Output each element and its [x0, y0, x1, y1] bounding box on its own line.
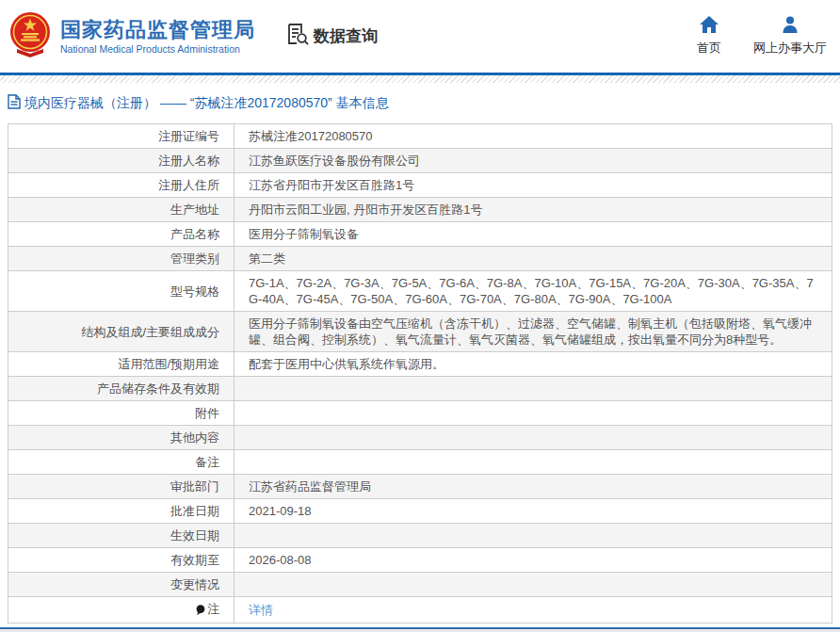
row-label: 注册人住所: [8, 173, 234, 198]
table-row: 结构及组成/主要组成成分医用分子筛制氧设备由空气压缩机（含冻干机）、过滤器、空气…: [8, 312, 832, 352]
row-label: 附件: [8, 401, 234, 426]
row-label: 备注: [8, 450, 234, 475]
agency-name-zh: 国家药品监督管理局: [60, 18, 255, 42]
row-value: 丹阳市云阳工业园, 丹阳市开发区百胜路1号: [234, 198, 832, 222]
row-value: [234, 377, 832, 401]
data-query-title[interactable]: 数据查询: [285, 22, 378, 51]
row-label: 其他内容: [8, 426, 234, 450]
nav-home-label: 首页: [697, 40, 721, 57]
row-value: 医用分子筛制氧设备由空气压缩机（含冻干机）、过滤器、空气储罐、制氧主机（包括吸附…: [234, 312, 832, 352]
row-value: [234, 450, 832, 475]
registration-info-table: 注册证编号苏械注准20172080570注册人名称江苏鱼跃医疗设备股份有限公司注…: [8, 123, 832, 624]
row-value: 医用分子筛制氧设备: [234, 222, 832, 247]
agency-logo-link[interactable]: 国家药品监督管理局 National Medical Products Admi…: [8, 10, 255, 63]
row-value: [234, 426, 832, 450]
row-label: 审批部门: [8, 475, 234, 499]
stripe-band: [0, 75, 840, 83]
row-value: 江苏省丹阳市开发区百胜路1号: [234, 173, 832, 198]
row-value: 江苏鱼跃医疗设备股份有限公司: [234, 149, 832, 173]
row-value: 江苏省药品监督管理局: [234, 475, 832, 499]
table-row: 注册人住所江苏省丹阳市开发区百胜路1号: [8, 173, 832, 198]
document-search-icon: [285, 22, 314, 51]
note-balloon-icon: [196, 603, 205, 619]
table-row: 产品储存条件及有效期: [8, 377, 832, 401]
row-label: 管理类别: [8, 247, 234, 271]
row-label: 注册人名称: [8, 149, 234, 173]
row-value: 配套于医用中心供氧系统作氧源用。: [234, 352, 832, 377]
table-row: 产品名称医用分子筛制氧设备: [8, 222, 832, 247]
site-header: 国家药品监督管理局 National Medical Products Admi…: [0, 0, 840, 73]
agency-name-en: National Medical Products Administration: [60, 42, 255, 56]
footer-band: [0, 627, 840, 632]
table-row: 附件: [8, 401, 832, 426]
row-label: 生产地址: [8, 198, 234, 222]
row-label: 变更情况: [8, 573, 234, 597]
agency-name: 国家药品监督管理局 National Medical Products Admi…: [60, 18, 255, 56]
row-label: 注: [8, 597, 234, 624]
breadcrumb: 境内医疗器械（注册） —— “苏械注准20172080570” 基本信息: [0, 83, 840, 121]
table-row: 备注: [8, 450, 832, 475]
row-label: 生效日期: [8, 524, 234, 548]
row-label: 产品名称: [8, 222, 234, 247]
table-row: 其他内容: [8, 426, 832, 450]
row-label: 注册证编号: [8, 124, 234, 149]
table-row: 生产地址丹阳市云阳工业园, 丹阳市开发区百胜路1号: [8, 198, 832, 222]
nav-online-hall-label: 网上办事大厅: [753, 40, 827, 57]
nav-home[interactable]: 首页: [697, 16, 721, 57]
row-value: 7G-1A、7G-2A、7G-3A、7G-5A、7G-6A、7G-8A、7G-1…: [234, 271, 832, 312]
table-row: 型号规格7G-1A、7G-2A、7G-3A、7G-5A、7G-6A、7G-8A、…: [8, 271, 832, 312]
row-value: 2026-08-08: [234, 548, 832, 573]
row-value: [234, 573, 832, 597]
nav-online-hall[interactable]: 网上办事大厅: [753, 16, 827, 57]
table-row: 有效期至2026-08-08: [8, 548, 832, 573]
header-nav: 首页 网上办事大厅: [697, 16, 827, 57]
person-icon: [782, 16, 799, 40]
row-label: 产品储存条件及有效期: [8, 377, 234, 401]
breadcrumb-text: 境内医疗器械（注册） —— “苏械注准20172080570” 基本信息: [24, 95, 389, 112]
national-emblem-icon: [8, 10, 53, 63]
row-label: 适用范围/预期用途: [8, 352, 234, 377]
row-value: [234, 524, 832, 548]
detail-link[interactable]: 详情: [249, 603, 273, 617]
table-row: 管理类别第二类: [8, 247, 832, 271]
home-icon: [700, 16, 719, 40]
row-value: [234, 401, 832, 426]
table-row: 注册人名称江苏鱼跃医疗设备股份有限公司: [8, 149, 832, 173]
data-query-label: 数据查询: [314, 25, 378, 47]
table-row: 适用范围/预期用途配套于医用中心供氧系统作氧源用。: [8, 352, 832, 377]
row-label: 批准日期: [8, 499, 234, 524]
document-icon: [8, 94, 24, 112]
row-value: 2021-09-18: [234, 499, 832, 524]
row-label: 有效期至: [8, 548, 234, 573]
table-row: 注详情: [8, 597, 832, 624]
row-value: 苏械注准20172080570: [234, 124, 832, 149]
row-label: 型号规格: [8, 271, 234, 312]
row-value: 第二类: [234, 247, 832, 271]
row-value: 详情: [234, 597, 832, 624]
row-label: 结构及组成/主要组成成分: [8, 312, 234, 352]
table-row: 注册证编号苏械注准20172080570: [8, 124, 832, 149]
table-row: 审批部门江苏省药品监督管理局: [8, 475, 832, 499]
table-row: 变更情况: [8, 573, 832, 597]
table-row: 批准日期2021-09-18: [8, 499, 832, 524]
table-row: 生效日期: [8, 524, 832, 548]
